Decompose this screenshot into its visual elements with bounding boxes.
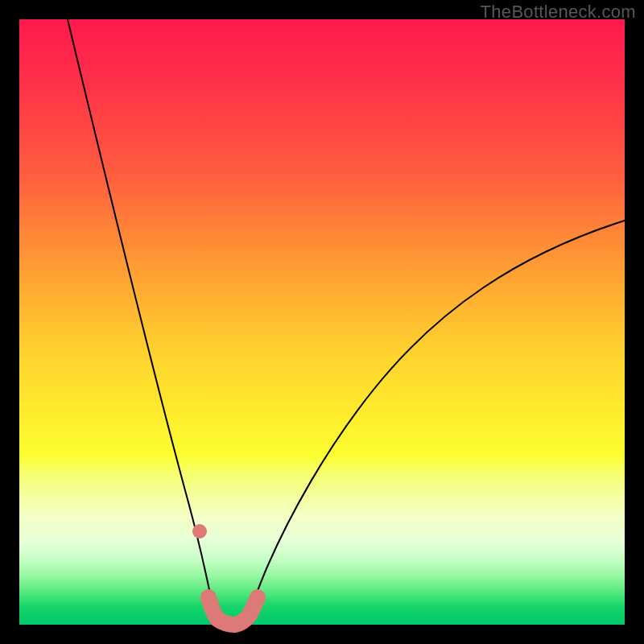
bottleneck-curve-svg bbox=[19, 19, 625, 625]
marker-valley-segment bbox=[208, 597, 258, 625]
watermark-text: TheBottleneck.com bbox=[481, 2, 636, 23]
curve-right-branch bbox=[245, 221, 625, 623]
chart-plot-area bbox=[19, 19, 625, 625]
marker-isolated-dot bbox=[192, 524, 207, 539]
